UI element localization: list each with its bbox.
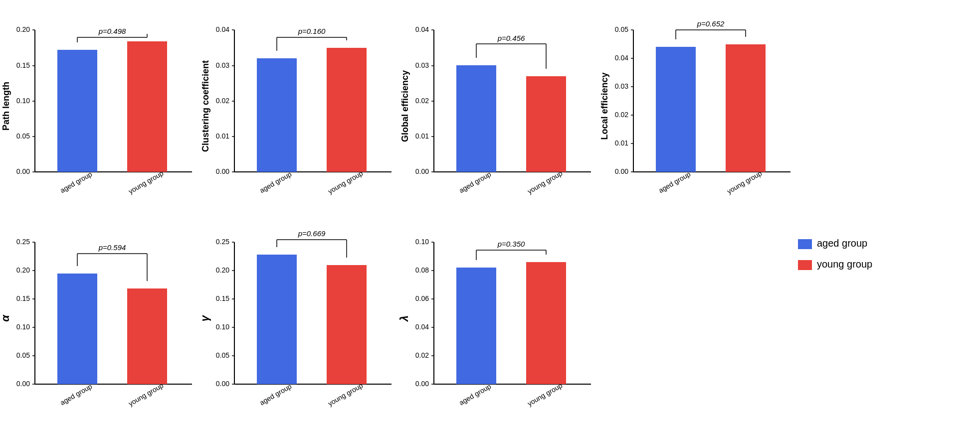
svg-text:aged group: aged group	[59, 382, 94, 407]
svg-text:0.04: 0.04	[415, 25, 429, 33]
bar-young-alpha	[127, 288, 167, 384]
svg-text:0.01: 0.01	[415, 132, 429, 140]
svg-text:0.20: 0.20	[216, 266, 229, 274]
svg-text:p=0.652: p=0.652	[697, 19, 725, 28]
svg-text:0.03: 0.03	[415, 61, 429, 69]
xlabel-young: young group	[327, 169, 365, 195]
svg-text:aged group: aged group	[458, 382, 493, 407]
svg-text:young group: young group	[726, 169, 764, 195]
chart-gamma: γ 0.00 0.05 0.10 0.15 0.20 0.25 aged gro…	[198, 229, 392, 408]
svg-text:0.15: 0.15	[16, 294, 30, 302]
svg-text:0.00: 0.00	[415, 380, 429, 388]
bar-aged-clustering	[257, 58, 297, 172]
svg-text:0.05: 0.05	[615, 25, 628, 33]
legend-color-young	[798, 260, 812, 270]
chart-clustering: Clustering coefficient 0.00 0.01 0.02 0.…	[200, 25, 392, 195]
bar-aged-lambda	[456, 268, 496, 384]
ytick: 0.05	[16, 132, 30, 140]
bar-aged-local-eff	[656, 47, 696, 172]
svg-text:0.10: 0.10	[216, 323, 229, 331]
svg-text:young group: young group	[327, 381, 365, 408]
ytick: 0.02	[216, 97, 229, 105]
svg-text:0.00: 0.00	[16, 380, 30, 388]
svg-text:p=0.669: p=0.669	[298, 229, 326, 238]
svg-text:0.20: 0.20	[16, 266, 30, 274]
svg-text:0.25: 0.25	[216, 238, 229, 246]
svg-text:young group: young group	[526, 169, 564, 195]
chart-global-efficiency: Global efficiency 0.00 0.01 0.02 0.03 0.…	[400, 25, 591, 195]
bar-aged-global-eff	[456, 65, 496, 172]
chart-local-efficiency: Local efficiency 0.00 0.01 0.02 0.03 0.0…	[599, 19, 790, 195]
bar-young-gamma	[327, 265, 367, 384]
y-label-global-eff: Global efficiency	[400, 70, 410, 142]
svg-text:0.25: 0.25	[16, 238, 30, 246]
bar-aged-gamma	[257, 255, 297, 384]
y-label-clustering: Clustering coefficient	[200, 60, 210, 152]
legend-color-aged	[798, 239, 812, 249]
svg-text:0.10: 0.10	[16, 323, 30, 331]
svg-text:0.00: 0.00	[415, 167, 429, 175]
chart-alpha: α 0.00 0.05 0.10 0.15 0.20 0.25 aged gro…	[0, 238, 192, 408]
legend-label-young: young group	[817, 259, 872, 270]
svg-text:0.05: 0.05	[16, 351, 30, 359]
ytick: 0.00	[16, 167, 30, 175]
xlabel-young: young group	[127, 169, 165, 195]
ytick: 0.01	[216, 132, 229, 140]
ytick: 0.03	[216, 61, 229, 69]
svg-text:0.02: 0.02	[415, 97, 429, 105]
xlabel-aged: aged group	[59, 170, 94, 194]
bar-aged-alpha	[57, 274, 97, 384]
svg-text:0.00: 0.00	[216, 380, 229, 388]
svg-text:p=0.350: p=0.350	[497, 240, 525, 248]
svg-text:0.03: 0.03	[615, 82, 628, 90]
svg-text:aged group: aged group	[458, 170, 493, 194]
bar-young-local-eff	[726, 44, 766, 172]
svg-text:0.06: 0.06	[415, 294, 429, 302]
bar-aged-path-length	[57, 50, 97, 172]
svg-text:young group: young group	[526, 381, 564, 408]
ytick: 0.10	[16, 97, 30, 105]
svg-text:0.05: 0.05	[216, 351, 229, 359]
y-label-lambda: λ	[398, 315, 410, 322]
svg-text:p=0.594: p=0.594	[98, 243, 126, 252]
chart-lambda: λ 0.00 0.02 0.04 0.06 0.08 0.10 aged gro…	[398, 238, 591, 408]
legend: aged group young group	[798, 238, 872, 270]
svg-text:0.04: 0.04	[415, 323, 429, 331]
ytick: 0.15	[16, 61, 30, 69]
y-label-path-length: Path length	[1, 82, 11, 131]
ytick: 0.00	[216, 167, 229, 175]
pvalue-path-length: p=0.498	[98, 27, 126, 35]
bar-young-global-eff	[526, 76, 566, 172]
svg-text:0.02: 0.02	[615, 111, 628, 119]
svg-text:0.01: 0.01	[615, 139, 628, 147]
y-label-local-eff: Local efficiency	[599, 72, 609, 140]
ytick: 0.04	[216, 25, 229, 33]
svg-text:0.04: 0.04	[615, 54, 628, 62]
svg-text:aged group: aged group	[657, 170, 692, 194]
xlabel-aged: aged group	[258, 170, 293, 194]
legend-label-aged: aged group	[817, 238, 867, 249]
bar-young-lambda	[526, 262, 566, 384]
y-label-alpha: α	[0, 314, 11, 322]
svg-text:0.08: 0.08	[415, 266, 429, 274]
bar-young-clustering	[327, 48, 367, 172]
svg-text:0.10: 0.10	[415, 238, 429, 246]
svg-text:0.15: 0.15	[216, 294, 229, 302]
svg-text:0.02: 0.02	[415, 351, 429, 359]
ytick: 0.20	[16, 25, 30, 33]
chart-path-length: Path length 0.00 0.05 0.10 0.15 0.20 age…	[1, 25, 192, 195]
svg-text:0.00: 0.00	[615, 167, 628, 175]
y-label-gamma: γ	[198, 314, 211, 321]
svg-text:aged group: aged group	[258, 382, 293, 407]
pvalue-clustering: p=0.160	[298, 27, 326, 35]
svg-text:young group: young group	[127, 381, 165, 408]
svg-text:p=0.456: p=0.456	[497, 34, 525, 42]
bar-young-path-length	[127, 41, 167, 172]
